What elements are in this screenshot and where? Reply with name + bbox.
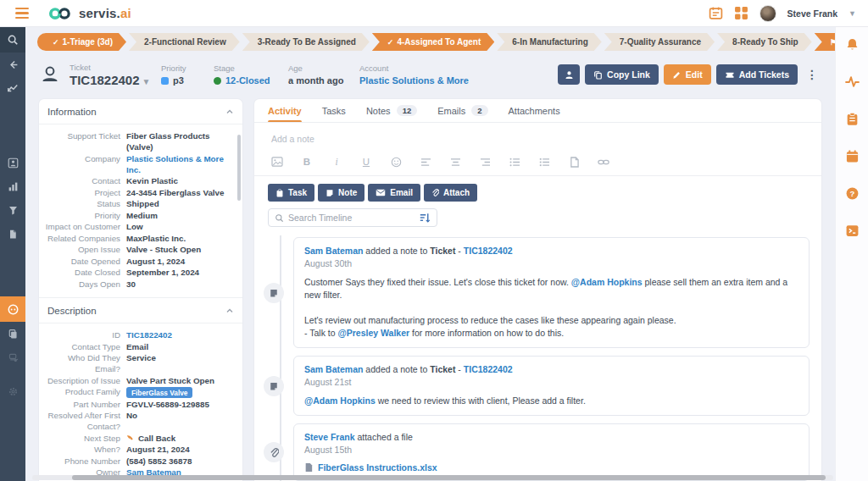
copy-link-button[interactable]: Copy Link [585, 64, 659, 85]
timeline-card[interactable]: Sam Bateman added a note to Ticket - TIC… [293, 237, 810, 348]
field-row: Part NumberFGVLV-56889-129885 [44, 399, 237, 410]
assign-user-button[interactable] [558, 64, 580, 85]
document-icon[interactable] [0, 222, 25, 246]
account-link[interactable]: Plastic Solutions & More [359, 75, 469, 86]
help-icon[interactable]: ? [845, 186, 860, 201]
mention-link[interactable]: @Presley Walker [338, 328, 410, 338]
stage-color-swatch [214, 77, 221, 85]
tab-emails[interactable]: Emails2 [437, 99, 487, 122]
filter-icon[interactable] [420, 213, 431, 223]
stage-1-triage[interactable]: ✓1-Triage (3d) [37, 33, 126, 51]
information-section-header[interactable]: Information [39, 99, 242, 124]
align-right-icon[interactable] [479, 156, 491, 168]
notifications-bell-icon[interactable] [845, 37, 860, 52]
calendar-icon[interactable] [709, 6, 723, 20]
attach-button[interactable]: Attach [424, 184, 477, 202]
stage-12-shipped[interactable]: ⚑12-Shipped [815, 33, 835, 51]
user-menu-caret-icon[interactable]: ▼ [849, 9, 856, 18]
actor-link[interactable]: Sam Bateman [304, 364, 363, 374]
bold-icon[interactable]: B [301, 156, 313, 168]
horizontal-scrollbar[interactable] [32, 475, 833, 480]
product-family-badge[interactable]: FiberGlass Valve [126, 387, 192, 398]
user-avatar[interactable] [760, 5, 776, 22]
mention-link[interactable]: @Adam Hopkins [571, 277, 643, 287]
console-icon[interactable] [845, 224, 860, 238]
italic-icon[interactable]: i [331, 156, 342, 168]
activity-pulse-icon[interactable] [845, 75, 860, 89]
collapse-chevron-icon[interactable] [225, 108, 234, 116]
analytics-chart-icon[interactable] [0, 76, 25, 100]
field-row: Date ClosedSeptember 1, 2024 [44, 267, 237, 278]
tab-notes[interactable]: Notes12 [366, 99, 417, 122]
copy-pages-icon[interactable] [0, 322, 25, 346]
underline-icon[interactable]: U [360, 156, 372, 168]
tab-activity[interactable]: Activity [268, 99, 302, 122]
settings-gear-icon[interactable] [0, 379, 25, 403]
stage-2-functional-review[interactable]: 2-Functional Review [129, 33, 240, 51]
attach-file-icon[interactable] [568, 156, 580, 168]
stage-3-ready-to-be-assigned[interactable]: 3-Ready To Be Assigned [242, 33, 370, 51]
tab-attachments[interactable]: Attachments [509, 99, 560, 122]
support-tickets-icon[interactable] [0, 296, 25, 322]
search-icon[interactable] [0, 27, 25, 53]
note-icon [264, 283, 284, 303]
field-row: CompanyPlastic Solutions & More Inc. [44, 153, 237, 175]
numbered-list-icon[interactable] [538, 156, 550, 168]
task-button[interactable]: Task [268, 184, 314, 202]
ticket-link[interactable]: TIC1822402 [464, 246, 513, 256]
hamburger-menu-icon[interactable] [15, 8, 29, 19]
age-value: a month ago [288, 75, 359, 86]
ticket-link[interactable]: TIC1822402 [464, 364, 513, 374]
attachment-file-link[interactable]: FiberGlass Instructions.xlsx [304, 462, 798, 473]
contacts-icon[interactable] [0, 151, 25, 174]
description-section-title: Description [47, 306, 97, 316]
note-button[interactable]: Note [318, 184, 364, 202]
bar-chart-icon[interactable] [0, 174, 25, 198]
align-left-icon[interactable] [420, 156, 431, 168]
stage-7-quality-assurance[interactable]: 7-Quality Assurance [604, 33, 715, 51]
ticket-id-link[interactable]: TIC1822402 [126, 329, 237, 340]
more-options-kebab-icon[interactable]: ⋮ [803, 68, 821, 81]
tab-tasks[interactable]: Tasks [322, 99, 346, 122]
tasks-clipboard-icon[interactable] [845, 112, 860, 126]
ticket-id-dropdown[interactable]: TIC1822402▼ [70, 73, 161, 87]
panel-scrollbar[interactable] [237, 135, 241, 201]
check-icon: ✓ [53, 38, 59, 47]
mention-link[interactable]: @Adam Hopkins [304, 395, 376, 406]
stage-8-ready-to-ship[interactable]: 8-Ready To Ship [717, 33, 812, 51]
priority-color-swatch [161, 77, 169, 85]
main-content: ✓1-Triage (3d) 2-Functional Review 3-Rea… [25, 27, 835, 481]
layers-icon[interactable] [0, 346, 25, 369]
brand-logo[interactable]: servis.ai [47, 6, 131, 20]
link-icon[interactable] [598, 156, 609, 168]
actor-link[interactable]: Sam Bateman [304, 246, 363, 256]
emoji-icon[interactable] [390, 156, 402, 168]
align-center-icon[interactable] [449, 156, 461, 168]
image-icon[interactable] [271, 156, 283, 168]
field-row: Product FamilyFiberGlass Valve [44, 386, 237, 398]
calendar-rail-icon[interactable] [845, 149, 860, 163]
back-arrow-icon[interactable] [0, 53, 25, 76]
email-button[interactable]: Email [368, 184, 420, 202]
stage-6-in-manufacturing[interactable]: 6-In Manufacturing [497, 33, 601, 51]
description-section-header[interactable]: Description [39, 298, 242, 323]
collapse-chevron-icon[interactable] [225, 307, 234, 315]
apps-grid-icon[interactable] [734, 6, 748, 20]
timeline-entry: Steve Frank attached a file August 15th … [254, 423, 810, 481]
timeline-card[interactable]: Sam Bateman added a note to Ticket - TIC… [293, 356, 810, 416]
note-input[interactable]: Add a note [271, 134, 804, 144]
bullet-list-icon[interactable] [509, 156, 520, 168]
stage-value[interactable]: 12-Closed [214, 75, 288, 86]
add-tickets-button[interactable]: Add Tickets [716, 64, 798, 85]
right-tool-rail: ? [835, 27, 868, 481]
funnel-icon[interactable] [0, 198, 25, 222]
entry-date: August 21st [304, 377, 798, 387]
horizontal-scrollbar-thumb[interactable] [72, 475, 825, 480]
edit-button[interactable]: Edit [664, 64, 711, 85]
timeline-card[interactable]: Steve Frank attached a file August 15th … [293, 423, 810, 481]
search-timeline-input[interactable] [288, 213, 415, 223]
field-row: Contact TypeEmail [44, 341, 237, 352]
company-link[interactable]: Plastic Solutions & More Inc. [126, 153, 237, 175]
stage-4-assigned-to-agent[interactable]: ✓4-Assigned To Agent [372, 33, 494, 51]
actor-link[interactable]: Steve Frank [304, 432, 355, 442]
